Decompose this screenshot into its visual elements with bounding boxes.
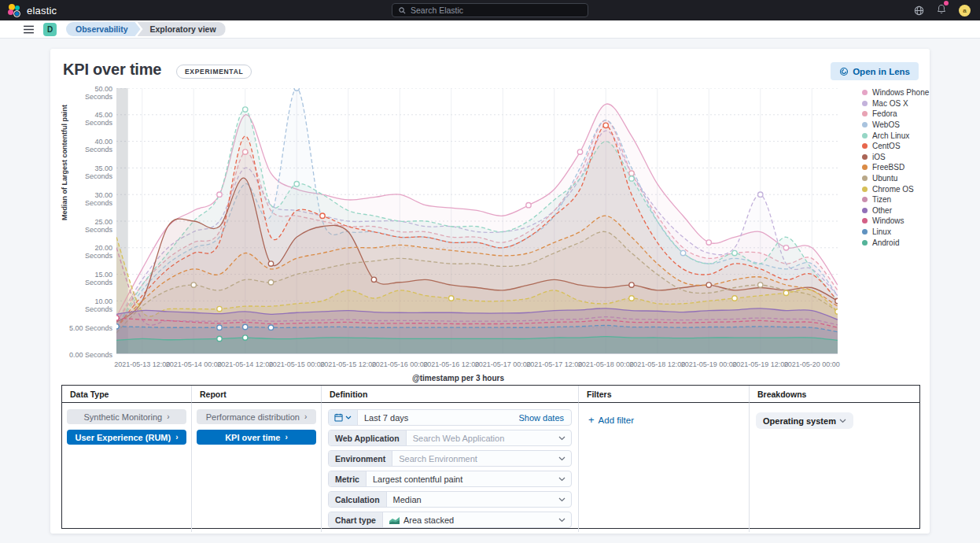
legend-item[interactable]: Android bbox=[862, 237, 929, 248]
data-type-option-user-experience-rum-[interactable]: User Experience (RUM)› bbox=[67, 430, 186, 445]
field-label: Chart type bbox=[329, 512, 383, 527]
chevron-down-icon bbox=[558, 436, 566, 441]
data-point-marker bbox=[732, 296, 737, 301]
legend-item[interactable]: iOS bbox=[862, 152, 929, 163]
legend-item[interactable]: Windows bbox=[862, 216, 929, 227]
definition-field-chart-type[interactable]: Chart typeArea stacked bbox=[328, 512, 572, 528]
legend-item[interactable]: Tizen bbox=[862, 194, 929, 205]
breakdown-select[interactable]: Operating system bbox=[756, 412, 853, 429]
legend-label: Windows Phone bbox=[872, 88, 929, 97]
elastic-logo[interactable]: elastic bbox=[0, 4, 57, 17]
data-point-marker bbox=[629, 176, 634, 181]
legend-color-dot bbox=[862, 111, 868, 116]
definition-field-metric[interactable]: MetricLargest contentful paint bbox=[328, 471, 572, 487]
lens-icon bbox=[839, 67, 849, 76]
legend-item[interactable]: FreeBSD bbox=[862, 162, 929, 173]
elastic-logo-icon bbox=[8, 4, 21, 17]
data-point-marker bbox=[268, 280, 273, 285]
data-point-marker bbox=[268, 325, 273, 330]
legend-label: Tizen bbox=[872, 195, 891, 204]
menu-icon[interactable] bbox=[24, 25, 34, 34]
legend-label: Fedora bbox=[872, 109, 897, 118]
data-point-marker bbox=[294, 88, 299, 90]
column-header-definition: Definition bbox=[322, 386, 579, 403]
data-type-option-synthetic-monitoring[interactable]: Synthetic Monitoring› bbox=[67, 409, 186, 424]
show-dates-link[interactable]: Show dates bbox=[519, 413, 571, 423]
add-filter-label: Add filter bbox=[599, 416, 634, 425]
y-axis-tick: 25.00 Seconds bbox=[65, 218, 112, 234]
legend-item[interactable]: Windows Phone bbox=[862, 87, 929, 98]
data-point-marker bbox=[116, 324, 119, 329]
deployments-icon[interactable] bbox=[914, 6, 924, 16]
exploratory-view-page: elastic Search Elastic a D Observability… bbox=[0, 0, 980, 543]
chart[interactable] bbox=[116, 88, 838, 354]
data-point-marker bbox=[835, 298, 838, 303]
breakdown-selected-value: Operating system bbox=[763, 416, 836, 426]
data-point-marker bbox=[268, 261, 273, 266]
definition-field-environment[interactable]: EnvironmentSearch Environment bbox=[328, 450, 572, 467]
field-placeholder: Search Web Application bbox=[407, 434, 558, 443]
data-point-marker bbox=[217, 306, 222, 311]
definition-field-web-application[interactable]: Web ApplicationSearch Web Application bbox=[328, 430, 572, 446]
definition-column: Last 7 days Show dates Web ApplicationSe… bbox=[322, 403, 579, 532]
breadcrumb-observability[interactable]: Observability bbox=[66, 22, 141, 36]
data-point-marker bbox=[243, 107, 248, 112]
data-point-marker bbox=[629, 283, 634, 287]
breadcrumb: Observability Exploratory view bbox=[66, 22, 226, 36]
data-point-marker bbox=[191, 283, 196, 287]
field-placeholder: Search Environment bbox=[392, 454, 558, 464]
data-point-marker bbox=[629, 296, 634, 301]
field-label: Metric bbox=[329, 471, 367, 486]
y-axis-tick: 15.00 Seconds bbox=[65, 271, 112, 286]
legend-item[interactable]: Arch Linux bbox=[862, 130, 929, 141]
legend-item[interactable]: Other bbox=[862, 205, 929, 216]
chevron-down-icon bbox=[558, 477, 566, 482]
column-header-report: Report bbox=[192, 386, 322, 403]
report-option-kpi-over-time[interactable]: KPI over time› bbox=[197, 430, 316, 445]
date-picker[interactable]: Last 7 days Show dates bbox=[328, 409, 572, 426]
legend-color-dot bbox=[862, 143, 868, 149]
data-point-marker bbox=[294, 181, 299, 186]
field-label: Calculation bbox=[329, 492, 387, 507]
definition-field-calculation[interactable]: CalculationMedian bbox=[328, 491, 572, 508]
notifications-button[interactable] bbox=[937, 3, 946, 17]
user-avatar[interactable]: a bbox=[959, 5, 971, 17]
space-avatar[interactable]: D bbox=[43, 23, 57, 36]
legend-color-dot bbox=[862, 90, 868, 95]
chevron-right-icon: › bbox=[304, 413, 307, 421]
area-chart-canvas[interactable] bbox=[116, 88, 838, 354]
x-axis-title: @timestamp per 3 hours bbox=[412, 374, 504, 382]
legend-label: Chrome OS bbox=[872, 185, 914, 194]
legend-color-dot bbox=[862, 218, 868, 223]
legend-item[interactable]: Ubuntu bbox=[862, 173, 929, 184]
y-axis-tick: 50.00 Seconds bbox=[65, 85, 112, 101]
option-label: Synthetic Monitoring bbox=[83, 412, 162, 422]
filters-column: + Add filter bbox=[579, 403, 750, 532]
global-search-input[interactable]: Search Elastic bbox=[392, 3, 588, 17]
legend-item[interactable]: Linux bbox=[862, 227, 929, 238]
page-title: KPI over time bbox=[63, 61, 161, 79]
plus-icon: + bbox=[588, 414, 595, 426]
data-point-marker bbox=[217, 336, 222, 341]
date-picker-addon[interactable] bbox=[329, 410, 358, 425]
y-axis-tick: 10.00 Seconds bbox=[65, 297, 112, 313]
legend-label: Mac OS X bbox=[872, 99, 908, 108]
legend-item[interactable]: Fedora bbox=[862, 109, 929, 120]
report-option-performance-distribution[interactable]: Performance distribution› bbox=[197, 409, 316, 424]
add-filter-button[interactable]: + Add filter bbox=[579, 409, 749, 430]
data-point-marker bbox=[680, 250, 685, 255]
legend-item[interactable]: Mac OS X bbox=[862, 98, 929, 109]
legend-color-dot bbox=[862, 175, 868, 181]
legend-item[interactable]: CentOS bbox=[862, 141, 929, 152]
data-point-marker bbox=[706, 240, 711, 245]
y-axis-tick: 0.00 Seconds bbox=[65, 351, 112, 359]
data-point-marker bbox=[371, 277, 376, 282]
legend-item[interactable]: Chrome OS bbox=[862, 183, 929, 194]
open-in-lens-button[interactable]: Open in Lens bbox=[831, 62, 919, 80]
legend-item[interactable]: WebOS bbox=[862, 120, 929, 131]
chevron-right-icon: › bbox=[285, 434, 287, 441]
legend-label: Ubuntu bbox=[872, 174, 897, 183]
data-point-marker bbox=[116, 316, 119, 320]
elastic-logo-text: elastic bbox=[27, 5, 57, 17]
data-point-marker bbox=[217, 192, 222, 197]
